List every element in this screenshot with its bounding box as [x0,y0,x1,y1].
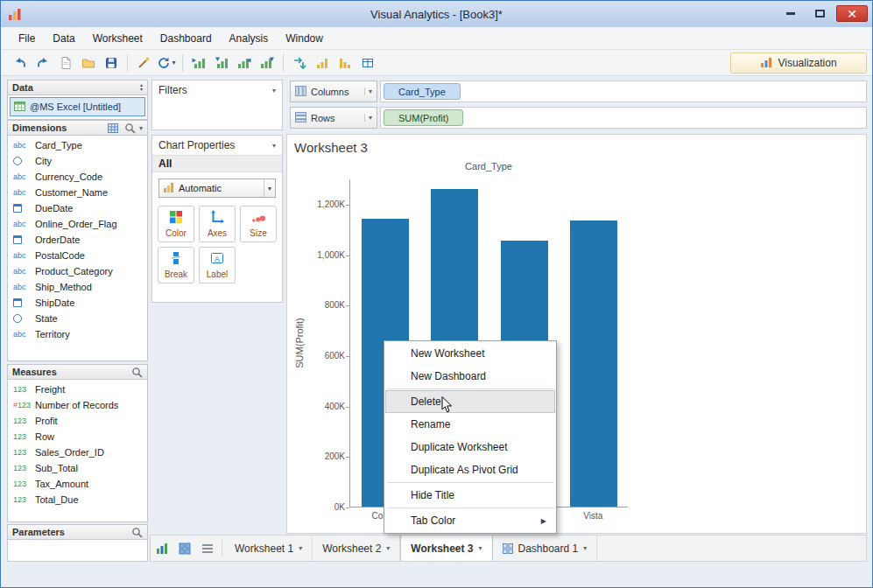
wand-icon [137,56,151,70]
sheet-list-button[interactable] [196,536,219,561]
rows-pill[interactable]: SUM(Profit) [384,109,463,126]
field-sales-order-id[interactable]: 123Sales_Order_ID [8,444,147,460]
chevron-down-icon[interactable]: ▾ [386,544,390,552]
context-menu-item-duplicate-worksheet[interactable]: Duplicate Worksheet [385,436,555,458]
measures-header[interactable]: Measures [7,364,148,380]
insert-column-button[interactable] [188,52,209,74]
chevron-down-icon[interactable]: ▾ [299,544,302,552]
titlebar[interactable]: Visual Analytics - [Book3]* ✕ [1,1,872,27]
rows-shelf[interactable]: SUM(Profit) [380,107,867,129]
collapse-expand-icon[interactable]: ▴▾ [140,83,143,92]
clear-button[interactable] [133,52,154,74]
field-territory[interactable]: abcTerritory [8,326,147,342]
field-state[interactable]: State [8,311,147,326]
menu-item-data[interactable]: Data [44,27,83,49]
field-duedate[interactable]: DueDate [8,200,147,216]
data-panel-header[interactable]: Data ▴▾ [7,80,148,95]
swap-axes-button[interactable] [289,52,310,74]
parameters-header[interactable]: Parameters [7,524,148,540]
search-icon[interactable] [124,122,136,134]
tab-dashboard-1[interactable]: Dashboard 1▾ [493,536,598,561]
context-menu-item-new-dashboard[interactable]: New Dashboard [385,365,555,388]
context-menu-item-duplicate-as-pivot-grid[interactable]: Duplicate As Pivot Grid [385,458,555,481]
field-postalcode[interactable]: abcPostalCode [8,248,147,263]
menu-item-analysis[interactable]: Analysis [221,27,278,49]
open-button[interactable] [78,52,99,74]
chevron-down-icon[interactable]: ▾ [583,544,587,552]
minimize-button[interactable] [778,5,803,22]
field-online-order-flag[interactable]: abcOnline_Order_Flag [8,216,147,232]
field-shipdate[interactable]: ShipDate [8,295,147,311]
table-view-icon[interactable] [108,123,118,133]
rows-shelf-button[interactable]: Rows ▾ [290,107,377,129]
datasource-item[interactable]: @MS Excel [Untitled] [10,97,145,116]
columns-shelf-button[interactable]: Columns ▾ [290,80,377,102]
bar-3[interactable] [570,220,617,507]
show-grid-button[interactable] [357,52,378,74]
search-icon[interactable] [131,527,143,538]
sort-ascending-button[interactable] [312,52,333,74]
auto-chart-icon [163,182,174,195]
tab-worksheet-2[interactable]: Worksheet 2▾ [313,536,400,561]
new-worksheet-button[interactable] [151,536,173,561]
new-dashboard-button[interactable] [173,536,196,561]
chevron-down-icon[interactable]: ▾ [139,124,143,132]
columns-shelf[interactable]: Card_Type [380,80,867,102]
field-total-due[interactable]: 123Total_Due [8,492,147,508]
menu-item-dashboard[interactable]: Dashboard [151,27,221,49]
list-icon [201,543,214,554]
refresh-button[interactable]: ▾ [156,52,177,74]
field-sub-total[interactable]: 123Sub_Total [8,460,147,476]
chart-prop-axes-button[interactable]: Axes [199,206,236,242]
save-button[interactable] [101,52,122,74]
tab-worksheet-1[interactable]: Worksheet 1▾ [225,536,313,561]
filters-header[interactable]: Filters ▾ [152,80,282,100]
search-icon[interactable] [131,367,143,378]
field-freight[interactable]: 123Freight [8,382,147,397]
close-button[interactable]: ✕ [836,5,868,22]
dimensions-header[interactable]: Dimensions ▾ [7,120,148,136]
visualization-tab[interactable]: Visualization [730,52,867,74]
maximize-button[interactable] [807,5,832,22]
datasource-name: @MS Excel [Untitled] [30,102,121,112]
undo-button[interactable] [10,52,31,74]
field-row[interactable]: 123Row [8,429,147,444]
context-menu-item-tab-color[interactable]: Tab Color▶ [385,509,555,532]
menu-item-window[interactable]: Window [277,27,332,49]
context-menu-item-hide-title[interactable]: Hide Title [385,484,555,507]
field-currency-code[interactable]: abcCurrency_Code [8,169,147,185]
remove-column-button[interactable] [234,52,255,74]
chevron-down-icon[interactable]: ▾ [478,544,482,552]
new-button[interactable] [55,52,76,74]
chart-properties-header[interactable]: Chart Properties ▾ [152,136,282,155]
field-number-of-records[interactable]: #123Number of Records [8,397,147,413]
field-customer-name[interactable]: abcCustomer_Name [8,185,147,200]
field-city[interactable]: City [8,153,147,169]
context-menu-item-rename[interactable]: Rename [385,413,555,436]
sort-descending-button[interactable] [334,52,356,74]
insert-row-button[interactable] [211,52,232,74]
y-tick-label: 400K [306,402,345,411]
field-ship-method[interactable]: abcShip_Method [8,279,147,295]
bar-chart-arrow-icon [215,56,229,70]
field-orderdate[interactable]: OrderDate [8,232,147,248]
field-label: Product_Category [35,266,113,276]
remove-row-button[interactable] [257,52,278,74]
context-menu-item-delete[interactable]: Delete [385,390,555,413]
field-profit[interactable]: 123Profit [8,413,147,429]
chart-type-select[interactable]: Automatic ▾ [158,178,276,198]
field-tax-amount[interactable]: 123Tax_Amount [8,476,147,492]
field-product-category[interactable]: abcProduct_Category [8,263,147,279]
chart-prop-label-button[interactable]: ALabel [199,247,236,284]
redo-button[interactable] [32,52,53,74]
chart-prop-break-button[interactable]: Break [158,247,194,284]
new-document-icon [59,56,73,70]
chart-prop-color-button[interactable]: Color [158,206,194,242]
context-menu-item-new-worksheet[interactable]: New Worksheet [385,342,555,365]
chart-prop-size-button[interactable]: Size [240,206,277,242]
menu-item-file[interactable]: File [10,27,44,49]
columns-pill[interactable]: Card_Type [384,83,461,100]
menu-item-worksheet[interactable]: Worksheet [84,27,151,49]
tab-worksheet-3[interactable]: Worksheet 3▾ [400,536,492,561]
field-card-type[interactable]: abcCard_Type [8,137,147,153]
